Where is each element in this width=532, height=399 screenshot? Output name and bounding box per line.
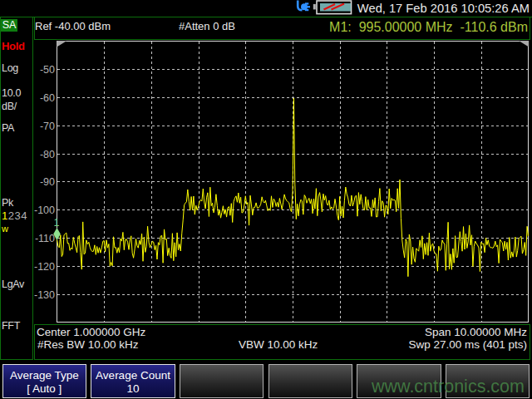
svg-text:-110: -110	[35, 233, 55, 244]
svg-text:-90: -90	[40, 176, 55, 188]
svg-text:-60: -60	[40, 92, 55, 104]
svg-text:-70: -70	[40, 121, 55, 132]
svg-text:-50: -50	[40, 64, 55, 76]
svg-text:-80: -80	[40, 149, 55, 160]
svg-text:-100: -100	[34, 204, 55, 216]
svg-text:-120: -120	[34, 261, 55, 273]
svg-text:1: 1	[54, 217, 60, 229]
svg-text:-130: -130	[34, 289, 55, 301]
